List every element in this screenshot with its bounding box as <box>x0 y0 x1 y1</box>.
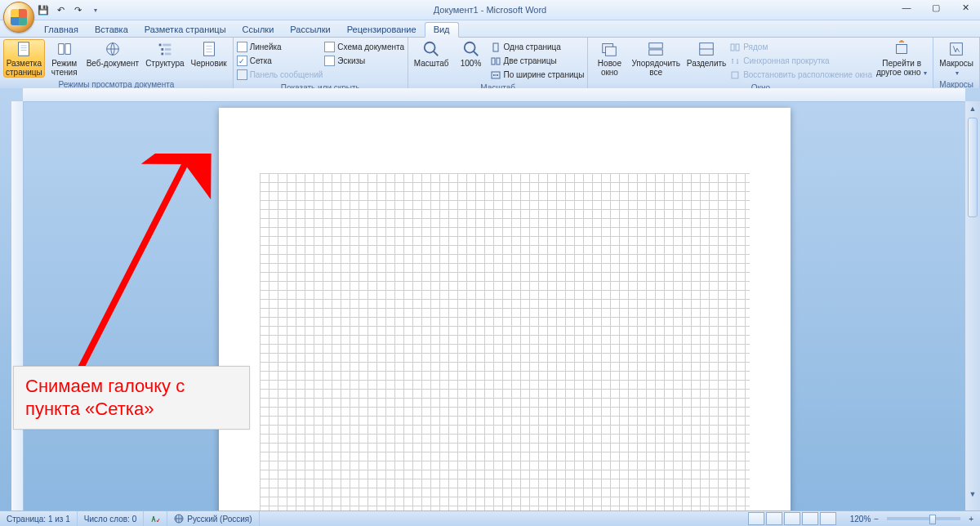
checkbox-message-bar: Панель сообщений <box>237 69 323 81</box>
zoom-option-icon <box>491 42 501 52</box>
office-button[interactable] <box>3 2 34 33</box>
svg-rect-25 <box>649 43 663 48</box>
new-window-button[interactable]: Новое окно <box>591 39 627 77</box>
split-button[interactable]: Разделить <box>684 39 728 68</box>
status-language[interactable]: Русский (Россия) <box>167 511 259 526</box>
checkbox-thumbnails[interactable]: Эскизы <box>324 55 404 67</box>
tab-рецензирование[interactable]: Рецензирование <box>339 23 425 37</box>
zoom-one-page-button[interactable]: Одна страница <box>491 41 585 53</box>
outline-button[interactable]: Структура <box>143 39 186 68</box>
window-title: Документ1 - Microsoft Word <box>0 5 980 15</box>
view-outline-button[interactable] <box>802 512 818 525</box>
view-draft-button[interactable] <box>820 512 836 525</box>
view-print-layout-button[interactable] <box>748 512 764 525</box>
arrange-all-button[interactable]: Упорядочить все <box>629 39 682 77</box>
redo-icon[interactable]: ↷ <box>70 2 85 17</box>
tab-разметка-страницы[interactable]: Разметка страницы <box>136 23 234 37</box>
zoom-option-icon <box>491 56 501 66</box>
svg-rect-5 <box>159 44 162 47</box>
workspace: ▲ ▼ Снимаем галочку с пункта «Сетка» <box>0 88 980 511</box>
svg-rect-26 <box>649 50 663 55</box>
scrollbar-thumb[interactable] <box>968 118 978 217</box>
checkbox-label: Линейка <box>250 42 282 51</box>
zoom-button[interactable]: Масштаб <box>412 39 452 68</box>
horizontal-ruler[interactable] <box>23 88 965 102</box>
checkbox-gridlines[interactable]: ✓Сетка <box>237 55 323 67</box>
view-reading-button[interactable] <box>766 512 782 525</box>
zoom-level[interactable]: 120% <box>850 515 871 524</box>
zoom-two-pages-button[interactable]: Две страницы <box>491 55 585 67</box>
svg-rect-30 <box>736 44 739 51</box>
checkbox-icon: ✓ <box>237 56 247 66</box>
zoom-out-button[interactable]: − <box>874 515 879 524</box>
svg-rect-19 <box>493 43 498 51</box>
arrange-icon <box>647 40 665 58</box>
vertical-scrollbar[interactable]: ▲ ▼ <box>965 101 980 511</box>
macros-button[interactable]: Макросы▾ <box>937 39 976 78</box>
new-window-icon <box>600 40 618 58</box>
svg-point-15 <box>425 42 435 53</box>
maximize-button[interactable]: ▢ <box>921 0 951 15</box>
document-area[interactable] <box>23 101 965 511</box>
view-web-button[interactable] <box>784 512 800 525</box>
ribbon: Разметка страницыРежим чтенияВеб-докумен… <box>0 38 980 90</box>
checkbox-doc-map[interactable]: Схема документа <box>324 41 404 53</box>
svg-rect-3 <box>21 50 27 51</box>
svg-rect-6 <box>163 44 171 47</box>
minimize-button[interactable]: — <box>892 0 921 15</box>
qat-dropdown-icon[interactable]: ▾ <box>87 2 102 17</box>
window-controls: — ▢ ✕ <box>892 0 980 15</box>
zoom-page-width-button[interactable]: По ширине страницы <box>491 69 585 81</box>
tab-ссылки[interactable]: Ссылки <box>234 23 283 37</box>
checkbox-label: Панель сообщений <box>250 70 323 79</box>
svg-rect-0 <box>19 42 29 56</box>
draft-button[interactable]: Черновик <box>189 39 229 68</box>
switch-windows-button[interactable]: Перейти в другое окно ▾ <box>874 39 929 78</box>
tab-вид[interactable]: Вид <box>425 22 459 38</box>
word-window: 💾 ↶ ↷ ▾ Документ1 - Microsoft Word — ▢ ✕… <box>0 0 980 526</box>
group-macros: Макросы▾ Макросы <box>933 38 980 89</box>
magnifier-icon <box>422 40 440 58</box>
zoom-slider-knob[interactable] <box>929 515 936 524</box>
group-document-views: Разметка страницыРежим чтенияВеб-докумен… <box>0 38 234 89</box>
scroll-down-icon[interactable]: ▼ <box>968 488 978 500</box>
zoom-100-button[interactable]: 100% <box>453 39 489 68</box>
save-icon[interactable]: 💾 <box>36 2 51 17</box>
split-icon <box>697 40 715 58</box>
status-word-count[interactable]: Число слов: 0 <box>78 511 144 526</box>
close-button[interactable]: ✕ <box>951 0 980 15</box>
reading-button[interactable]: Режим чтения <box>47 39 82 77</box>
zoom-in-button[interactable]: + <box>969 515 973 524</box>
checkbox-icon <box>237 42 247 52</box>
svg-rect-9 <box>161 53 163 56</box>
annotation-callout: Снимаем галочку с пункта «Сетка» <box>13 366 250 430</box>
print-layout-button[interactable]: Разметка страницы <box>3 39 45 78</box>
document-page[interactable] <box>219 108 791 511</box>
tab-вставка[interactable]: Вставка <box>87 23 136 37</box>
vertical-ruler[interactable] <box>11 101 24 511</box>
svg-rect-2 <box>21 47 27 48</box>
reading-icon <box>56 40 74 58</box>
svg-point-17 <box>464 42 474 53</box>
scroll-up-icon[interactable]: ▲ <box>968 103 978 114</box>
svg-rect-10 <box>165 53 171 56</box>
svg-rect-32 <box>897 45 907 54</box>
svg-rect-33 <box>951 43 963 56</box>
checkbox-ruler[interactable]: Линейка <box>237 41 323 53</box>
web-icon <box>104 40 122 58</box>
reset-window-icon <box>730 70 740 80</box>
checkbox-icon <box>324 56 335 66</box>
side-by-side-icon <box>730 42 740 52</box>
tab-рассылки[interactable]: Рассылки <box>282 23 338 37</box>
status-spellcheck[interactable] <box>144 511 167 526</box>
checkbox-label: Сетка <box>250 56 272 65</box>
web-button[interactable]: Веб-документ <box>84 39 141 68</box>
undo-icon[interactable]: ↶ <box>53 2 68 17</box>
tab-главная[interactable]: Главная <box>36 23 87 37</box>
zoom-slider[interactable] <box>887 517 960 520</box>
group-show-hide: Линейка✓СеткаПанель сообщений Схема доку… <box>234 38 408 89</box>
status-page[interactable]: Страница: 1 из 1 <box>0 511 78 526</box>
svg-rect-21 <box>497 58 500 65</box>
svg-rect-7 <box>161 48 163 51</box>
print-layout-icon <box>15 40 33 58</box>
